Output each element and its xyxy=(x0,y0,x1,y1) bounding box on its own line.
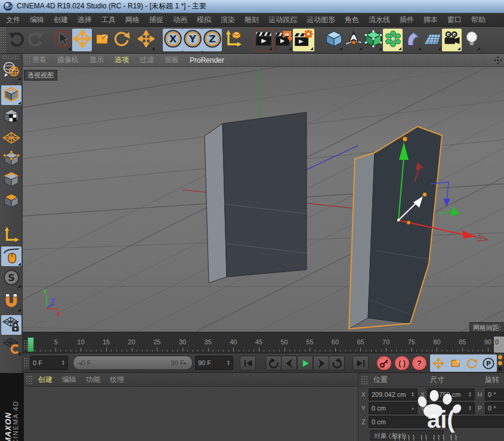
gizmo-rotate-green-head[interactable] xyxy=(450,206,460,216)
lock-workplane-button[interactable] xyxy=(1,315,21,335)
stepper-icon[interactable]: ▲▼ xyxy=(468,405,472,411)
rot-p-field[interactable]: 0 ° xyxy=(485,402,504,414)
vp-menu-cameras[interactable]: 摄像机 xyxy=(57,55,79,65)
point-level-animation-toggle[interactable] xyxy=(498,355,502,371)
vp-menu-filter[interactable]: 过滤 xyxy=(140,55,154,65)
menu-mograph[interactable]: 运动图形 xyxy=(307,15,335,25)
coordinates-grip[interactable] xyxy=(361,375,369,384)
previous-frame-button[interactable] xyxy=(281,356,297,371)
camera-button[interactable] xyxy=(442,29,462,51)
pos-x-field[interactable]: 209.042 cm▲▼ xyxy=(369,388,418,400)
menu-simulate[interactable]: 模拟 xyxy=(197,15,211,25)
mograph-button[interactable] xyxy=(383,29,403,51)
redo-button[interactable] xyxy=(26,29,45,51)
range-right-arrow-icon[interactable]: ▸ xyxy=(184,359,187,367)
cube-object-left[interactable] xyxy=(205,112,307,283)
menu-plugins[interactable]: 插件 xyxy=(400,15,414,25)
goto-end-button[interactable] xyxy=(353,356,369,371)
menu-animate[interactable]: 动画 xyxy=(173,15,187,25)
position-key-toggle[interactable] xyxy=(431,356,446,371)
vp-menu-view[interactable]: 查看 xyxy=(32,55,47,65)
goto-start-button[interactable] xyxy=(240,356,256,371)
vp-menu-panel[interactable]: 面板 xyxy=(165,55,179,65)
stepper-icon[interactable]: ▲▼ xyxy=(227,360,230,366)
scale-key-toggle[interactable] xyxy=(447,356,463,371)
tweak-mode-button[interactable] xyxy=(1,246,21,266)
material-grip[interactable] xyxy=(26,375,33,384)
menu-help[interactable]: 帮助 xyxy=(471,15,486,25)
vp-menu-display[interactable]: 显示 xyxy=(89,55,104,65)
gizmo-origin[interactable] xyxy=(397,219,400,221)
move-tool-button[interactable] xyxy=(72,29,92,51)
pane-adjust-icon[interactable] xyxy=(494,56,502,64)
add-cube-button[interactable] xyxy=(324,29,344,51)
planar-workplane-button[interactable] xyxy=(1,336,21,356)
frame-range-slider[interactable]: ◂ 0 F90 F ▸ xyxy=(73,356,193,370)
material-list-area[interactable] xyxy=(24,387,358,441)
gizmo-free-tip-handle[interactable] xyxy=(422,192,426,196)
subdivision-surface-button[interactable] xyxy=(363,29,383,51)
workplane-mode-button[interactable] xyxy=(1,129,21,149)
menu-script[interactable]: 脚本 xyxy=(423,15,438,25)
x-axis-lock-button[interactable]: X xyxy=(163,29,183,51)
menu-file[interactable]: 文件 xyxy=(6,15,20,25)
deformer-button[interactable] xyxy=(403,29,422,51)
enable-snap-button[interactable] xyxy=(1,292,21,312)
coordinate-system-button[interactable] xyxy=(222,29,244,51)
gizmo-x-arrowhead[interactable] xyxy=(462,230,475,239)
vp-menu-options[interactable]: 选项 xyxy=(115,55,129,65)
parameter-key-toggle[interactable]: P xyxy=(481,356,496,371)
pos-y-field[interactable]: 0 cm▲ xyxy=(369,402,418,414)
vp-menu-prorender[interactable]: ProRender xyxy=(190,56,224,64)
autokeying-button[interactable]: ( ) xyxy=(394,356,410,371)
menu-snap[interactable]: 捕捉 xyxy=(149,15,163,25)
menu-motion-tracker[interactable]: 运动跟踪 xyxy=(268,15,297,25)
material-menu-function[interactable]: 功能 xyxy=(86,375,100,385)
size-x-field[interactable]: 26.759 cm▲▼ xyxy=(427,388,475,400)
start-frame-field[interactable]: 0 F▲▼ xyxy=(30,356,68,370)
pen-spline-button[interactable] xyxy=(344,29,363,51)
end-frame-field[interactable]: 90 F▲▼ xyxy=(195,356,233,370)
pos-z-field[interactable]: 0 cm xyxy=(369,416,504,428)
title-bar[interactable]: CINEMA 4D R19.024 Studio (RC - R19) - [未… xyxy=(0,0,504,13)
coordinate-mode-dropdown[interactable]: 对象 (相对) xyxy=(370,430,443,440)
undo-button[interactable] xyxy=(6,29,26,51)
light-button[interactable] xyxy=(462,29,481,51)
view-name-label[interactable]: 透视视图 xyxy=(24,70,57,81)
menu-window[interactable]: 窗口 xyxy=(447,15,462,25)
stepper-icon[interactable]: ▲▼ xyxy=(411,391,415,397)
menu-render[interactable]: 渲染 xyxy=(221,15,235,25)
stepper-icon[interactable]: ▲▼ xyxy=(61,360,65,366)
play-forward-loop-button[interactable] xyxy=(329,356,345,371)
y-axis-lock-button[interactable]: Y xyxy=(183,29,202,51)
menu-sculpt[interactable]: 雕刻 xyxy=(245,15,259,25)
edges-mode-button[interactable] xyxy=(1,171,21,190)
perspective-viewport[interactable]: Y Z X 透视视图 网格间距: xyxy=(23,67,504,332)
render-view-button[interactable] xyxy=(253,29,273,51)
move-axis-button[interactable] xyxy=(136,29,156,51)
polygons-mode-button[interactable] xyxy=(1,192,21,211)
enable-axis-button[interactable] xyxy=(1,226,21,245)
menu-edit[interactable]: 编辑 xyxy=(30,15,44,25)
live-selection-button[interactable] xyxy=(52,29,72,51)
next-frame-button[interactable] xyxy=(313,356,329,371)
size-y-field[interactable]: 193▲▼ xyxy=(427,402,475,414)
texture-mode-button[interactable] xyxy=(1,107,21,127)
timeline-ruler[interactable]: 0 051015202530354045505560657075808590 xyxy=(23,337,504,353)
points-mode-button[interactable] xyxy=(1,150,21,169)
record-active-objects-button[interactable] xyxy=(376,356,392,371)
menu-character[interactable]: 角色 xyxy=(345,15,359,25)
rot-h-field[interactable]: 0 ° xyxy=(485,388,504,400)
cube-object-selected[interactable] xyxy=(349,127,442,329)
render-settings-button[interactable] xyxy=(293,29,314,51)
timeline-splitter[interactable] xyxy=(23,332,504,337)
make-editable-button[interactable] xyxy=(1,61,21,81)
play-backward-loop-button[interactable] xyxy=(265,356,282,371)
stepper-icon[interactable]: ▲▼ xyxy=(468,391,472,397)
menu-select[interactable]: 选择 xyxy=(78,15,92,25)
rotation-key-toggle[interactable] xyxy=(464,356,480,371)
stepper-icon[interactable]: ▲ xyxy=(411,407,415,410)
viewport-menubar-grip[interactable] xyxy=(24,55,30,65)
play-button[interactable] xyxy=(297,356,313,371)
menu-pipeline[interactable]: 流水线 xyxy=(369,15,390,25)
